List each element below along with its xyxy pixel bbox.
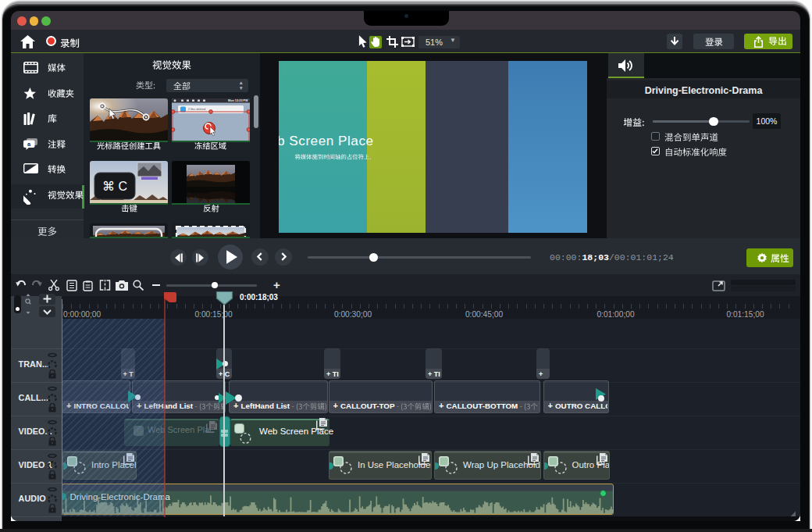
svg-text:⌘ C: ⌘ C (102, 180, 127, 193)
svg-text:2 files deleted: 2 files deleted (188, 108, 205, 111)
svg-text:Mon 12:23 PM: Mon 12:23 PM (228, 99, 248, 102)
